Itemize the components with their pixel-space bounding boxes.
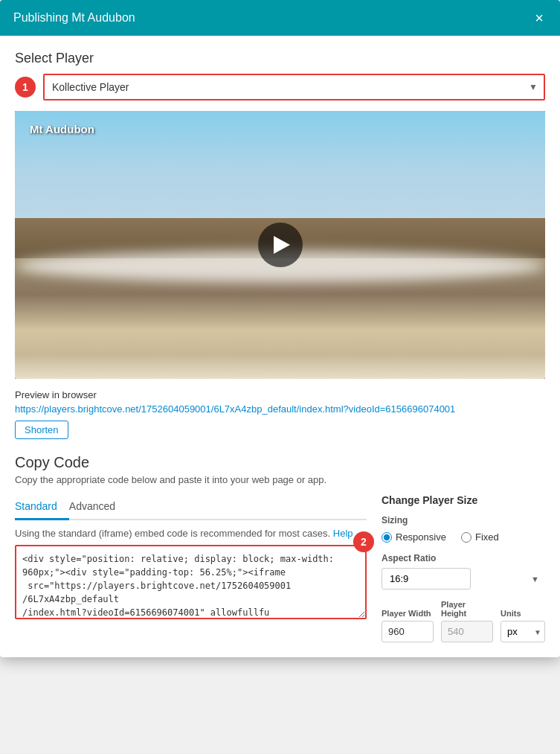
player-select-wrapper: Kollective Player Default Player Custom … — [43, 74, 545, 100]
tab-standard[interactable]: Standard — [15, 494, 69, 520]
units-label: Units — [501, 609, 545, 618]
player-height-input — [441, 621, 493, 642]
player-select-row: 1 Kollective Player Default Player Custo… — [15, 74, 545, 100]
units-select[interactable]: px % em — [501, 621, 545, 642]
play-button[interactable] — [258, 223, 303, 267]
units-select-wrapper: px % em ▼ — [501, 621, 545, 642]
modal-body: Select Player 1 Kollective Player Defaul… — [0, 36, 560, 657]
player-width-field: Player Width — [382, 609, 434, 642]
modal-title: Publishing Mt Audubon — [13, 11, 135, 25]
play-icon — [274, 236, 290, 254]
right-panel: Change Player Size Sizing Responsive Fix… — [382, 494, 545, 642]
video-title: Mt Audubon — [30, 123, 94, 135]
copy-code-title: Copy Code — [15, 454, 545, 471]
code-textarea[interactable]: <div style="position: relative; display:… — [15, 545, 367, 619]
preview-label: Preview in browser — [15, 389, 545, 400]
aspect-ratio-select[interactable]: 16:9 4:3 1:1 — [382, 568, 471, 590]
player-width-input[interactable] — [382, 621, 434, 642]
fixed-radio[interactable] — [461, 532, 472, 543]
publish-modal: Publishing Mt Audubon × Select Player 1 … — [0, 0, 560, 657]
fixed-option[interactable]: Fixed — [461, 531, 499, 543]
help-link[interactable]: Help — [333, 528, 353, 539]
player-height-label: Player Height — [441, 600, 493, 618]
preview-link[interactable]: https://players.brightcove.net/175260405… — [15, 403, 545, 415]
badge-2: 2 — [353, 531, 374, 552]
player-select[interactable]: Kollective Player Default Player Custom … — [43, 74, 545, 100]
video-preview: Mt Audubon — [15, 111, 545, 379]
copy-code-description: Copy the appropriate code below and past… — [15, 474, 545, 485]
left-panel: Standard Advanced Using the standard (if… — [15, 494, 367, 622]
modal-header: Publishing Mt Audubon × — [0, 0, 560, 36]
copy-code-content: Standard Advanced Using the standard (if… — [15, 494, 545, 642]
tab-advanced[interactable]: Advanced — [69, 494, 127, 520]
sizing-radio-group: Responsive Fixed — [382, 531, 545, 543]
player-width-label: Player Width — [382, 609, 434, 618]
units-field: Units px % em ▼ — [501, 609, 545, 642]
responsive-option[interactable]: Responsive — [382, 531, 446, 543]
tabs: Standard Advanced — [15, 494, 367, 520]
aspect-ratio-wrapper: 16:9 4:3 1:1 ▼ — [382, 568, 545, 590]
badge-1: 1 — [15, 77, 36, 98]
fixed-label: Fixed — [475, 531, 499, 543]
sizing-label: Sizing — [382, 515, 545, 525]
aspect-arrow-icon: ▼ — [531, 575, 539, 584]
close-button[interactable]: × — [532, 10, 547, 25]
player-height-field: Player Height — [441, 600, 493, 642]
responsive-label: Responsive — [396, 531, 446, 543]
code-area-wrapper: 2 <div style="position: relative; displa… — [15, 545, 367, 622]
responsive-radio[interactable] — [382, 532, 392, 543]
copy-code-section: Copy Code Copy the appropriate code belo… — [15, 454, 545, 642]
select-player-label: Select Player — [15, 51, 545, 66]
embed-instruction: Using the standard (iframe) embed code i… — [15, 528, 367, 539]
aspect-ratio-label: Aspect Ratio — [382, 553, 545, 563]
dimension-row: Player Width Player Height Units px — [382, 600, 545, 642]
shorten-button[interactable]: Shorten — [15, 421, 68, 439]
change-player-size-title: Change Player Size — [382, 494, 545, 506]
